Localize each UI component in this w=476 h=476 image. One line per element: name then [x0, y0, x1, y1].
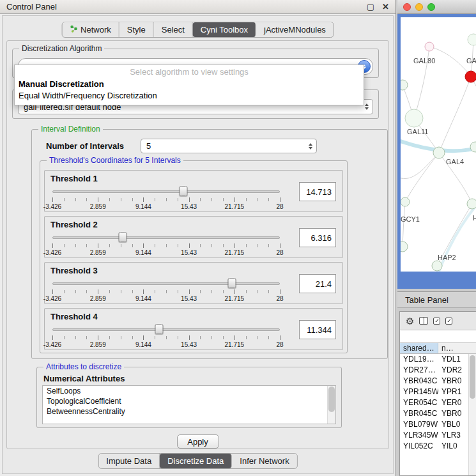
- threshold-label: Threshold 2: [50, 220, 98, 229]
- table-row[interactable]: YIL052CYIL0: [400, 441, 476, 452]
- checkbox-icon[interactable]: ✓: [433, 318, 440, 325]
- node-label: GAL80: [413, 57, 435, 65]
- dropdown-placeholder: Select algorithm to view settings: [15, 65, 364, 79]
- tab-jactivemodules[interactable]: jActiveMNodules: [256, 22, 334, 37]
- group-title: Discretization Algorithm: [19, 44, 104, 53]
- mac-zoom-button[interactable]: [427, 3, 435, 11]
- table-row[interactable]: YER054CYER0: [400, 397, 476, 408]
- tab-network[interactable]: Network: [62, 22, 119, 37]
- node-label: GCY1: [401, 215, 420, 223]
- mac-close-button[interactable]: [403, 3, 411, 11]
- tab-style[interactable]: Style: [119, 22, 154, 37]
- threshold-slider[interactable]: -3.426 2.859 9.144 15.43 21.715 28: [52, 185, 280, 211]
- table-row[interactable]: YBL079WYBL0: [400, 419, 476, 430]
- threshold-2-group: Threshold 2 6.316 -3.426 2.859: [44, 216, 343, 258]
- select-columns-icon[interactable]: [419, 317, 428, 325]
- control-panel-titlebar[interactable]: Control Panel ▢ ✕: [0, 0, 395, 14]
- threshold-3-group: Threshold 3 21.4 -3.426 2.859: [44, 262, 343, 304]
- highlighted-edges: [401, 140, 476, 272]
- slider-ticks: [52, 244, 280, 247]
- apply-button[interactable]: Apply: [177, 434, 219, 449]
- dropdown-option-manual-discretization[interactable]: Manual Discretization: [15, 79, 364, 90]
- tab-infer-network[interactable]: Infer Network: [232, 454, 296, 468]
- network-node: [425, 42, 434, 51]
- list-item[interactable]: SelfLoops: [43, 386, 335, 396]
- network-node: [405, 109, 423, 127]
- column-header-shared-name[interactable]: shared…: [400, 343, 438, 353]
- table-row[interactable]: YLR345WYLR3: [400, 430, 476, 441]
- table-row[interactable]: YPR145WYPR1: [400, 387, 476, 397]
- stepper-icon: [309, 143, 312, 150]
- table-rows: YDL19…YDL1 YDR27…YDR2 YBR043CYBR0 YPR145…: [400, 354, 476, 476]
- network-node-labels: GAL80 GA GAL11 GAL4 GCY1 H HAP2: [401, 57, 476, 261]
- table-toolbar: ⚙ ✓ ✓: [400, 312, 476, 330]
- tab-select[interactable]: Select: [154, 22, 193, 37]
- slider-ticks: [52, 198, 280, 201]
- slider-thumb[interactable]: [119, 232, 127, 242]
- tab-label: Network: [81, 25, 111, 35]
- threshold-slider[interactable]: -3.426 2.859 9.144 15.43 21.715 28: [52, 277, 280, 303]
- network-node: [468, 34, 476, 45]
- network-node: [401, 80, 408, 90]
- slider-ticks: [52, 336, 280, 339]
- table-panel-title: Table Panel: [405, 295, 449, 305]
- threshold-slider[interactable]: -3.426 2.859 9.144 15.43 21.715 28: [52, 231, 280, 257]
- window-title: Control Panel: [6, 2, 359, 12]
- table-scrollbar[interactable]: [468, 354, 476, 476]
- network-canvas[interactable]: GAL80 GA GAL11 GAL4 GCY1 H HAP2: [401, 17, 476, 272]
- slider-scale: -3.426 2.859 9.144 15.43 21.715 28: [52, 249, 280, 257]
- network-node: [432, 261, 442, 271]
- group-interval-definition: Interval Definition Number of Intervals …: [31, 129, 388, 359]
- slider-ticks: [52, 290, 280, 293]
- numerical-attributes-list: SelfLoops TopologicalCoefficient Between…: [42, 385, 336, 424]
- table-row[interactable]: YBR045CYBR0: [400, 408, 476, 419]
- threshold-value-field[interactable]: 21.4: [299, 274, 336, 293]
- top-tab-bar: Network Style Select Cyni Toolbox jActiv…: [61, 22, 334, 38]
- network-window-titlebar[interactable]: [397, 0, 476, 14]
- gear-icon[interactable]: ⚙: [406, 316, 414, 326]
- column-header-name[interactable]: n…: [438, 343, 476, 353]
- list-scrollbar[interactable]: [327, 386, 335, 424]
- checkbox-icon[interactable]: ✓: [445, 318, 452, 325]
- table-row[interactable]: YDR27…YDR2: [400, 365, 476, 376]
- slider-thumb[interactable]: [228, 278, 236, 288]
- network-node: [401, 197, 410, 206]
- control-panel-window: Control Panel ▢ ✕ Network: [0, 0, 396, 476]
- list-item[interactable]: TopologicalCoefficient: [43, 396, 335, 406]
- close-icon[interactable]: ✕: [382, 3, 389, 11]
- slider-track[interactable]: [52, 190, 280, 193]
- slider-track[interactable]: [52, 282, 280, 285]
- list-item[interactable]: BetweennessCentrality: [43, 406, 335, 417]
- table-browser-window: ⚙ ✓ ✓ shared… n… YDL19…YDL1 YDR27…YDR2 Y…: [399, 311, 476, 476]
- threshold-slider[interactable]: -3.426 2.859 9.144 15.43 21.715 28: [52, 323, 280, 349]
- tab-impute-data[interactable]: Impute Data: [98, 454, 160, 468]
- number-of-intervals-combobox[interactable]: 5: [141, 139, 317, 153]
- group-attributes-to-discretize: Attributes to discretize Numerical Attri…: [36, 367, 342, 428]
- threshold-value-field[interactable]: 11.344: [299, 320, 336, 339]
- node-label: H: [473, 214, 476, 222]
- dropdown-option-equal-width-frequency[interactable]: Equal Width/Frequency Discretization: [15, 90, 364, 102]
- node-label: GAL4: [446, 158, 464, 165]
- numerical-attributes-label: Numerical Attributes: [43, 374, 125, 383]
- node-label: HAP2: [438, 254, 456, 261]
- table-panel-header[interactable]: Table Panel: [397, 291, 476, 308]
- table-row[interactable]: YBR043CYBR0: [400, 376, 476, 387]
- threshold-value-field[interactable]: 14.713: [299, 182, 336, 201]
- slider-track[interactable]: [52, 236, 280, 239]
- cyni-toolbox-panel: Discretization Algorithm Select algorith…: [6, 40, 389, 449]
- threshold-value-field[interactable]: 6.316: [299, 228, 336, 247]
- tab-discretize-data[interactable]: Discretize Data: [160, 454, 232, 468]
- threshold-4-group: Threshold 4 11.344 -3.426 2.859: [44, 308, 343, 350]
- tab-cyni-toolbox[interactable]: Cyni Toolbox: [193, 22, 256, 37]
- slider-thumb[interactable]: [155, 324, 164, 334]
- group-discretization-algorithm: Discretization Algorithm Select algorith…: [12, 49, 379, 78]
- slider-thumb[interactable]: [180, 186, 188, 196]
- slider-track[interactable]: [52, 328, 280, 331]
- network-node-selected: [465, 71, 476, 82]
- table-row[interactable]: YDL19…YDL1: [400, 354, 476, 365]
- control-panel-body: Network Style Select Cyni Toolbox jActiv…: [2, 15, 394, 474]
- mac-minimize-button[interactable]: [415, 3, 423, 11]
- network-node: [401, 242, 408, 252]
- float-window-icon[interactable]: ▢: [367, 3, 374, 11]
- network-node: [433, 147, 445, 158]
